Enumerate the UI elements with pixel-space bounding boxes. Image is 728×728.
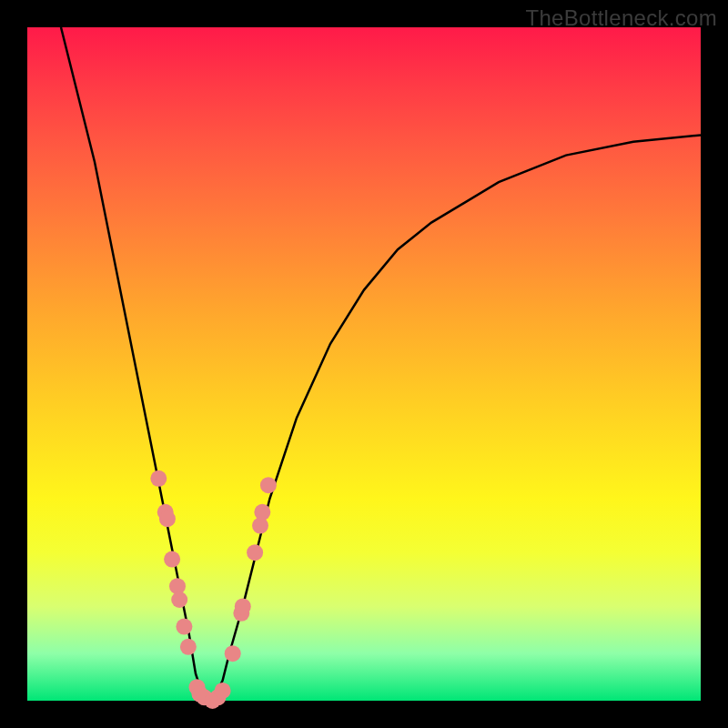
marker-dot: [150, 470, 167, 487]
marker-dot: [171, 592, 187, 608]
marker-dot: [225, 645, 241, 662]
chart-frame: TheBottleneck.com: [0, 0, 728, 728]
marker-dot: [247, 544, 263, 561]
bottleneck-curve: [61, 27, 701, 701]
curve-layer: [27, 27, 701, 701]
marker-dot: [176, 619, 192, 635]
marker-dot: [260, 477, 277, 493]
marker-dot: [235, 598, 251, 614]
marker-dot: [215, 682, 231, 699]
marker-layer: [150, 470, 277, 709]
marker-dot: [164, 551, 180, 568]
marker-dot: [159, 511, 176, 527]
marker-dot: [180, 639, 197, 655]
plot-area: [27, 27, 701, 701]
marker-dot: [254, 504, 270, 521]
